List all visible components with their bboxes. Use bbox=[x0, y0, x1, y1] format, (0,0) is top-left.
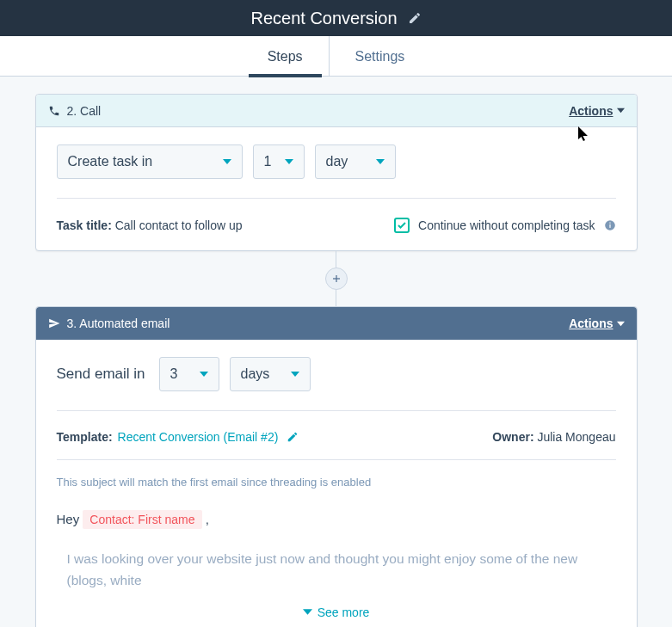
template-label: Template: bbox=[57, 430, 113, 444]
card-header: 3. Automated email Actions bbox=[36, 307, 637, 340]
task-title-row: Task title: Call contact to follow up bbox=[57, 218, 243, 232]
email-body-text: I was looking over your website just now… bbox=[57, 549, 616, 592]
caret-down-icon bbox=[291, 370, 299, 378]
add-step-button[interactable] bbox=[325, 267, 348, 290]
send-email-label: Send email in bbox=[57, 366, 145, 383]
step-title: 3. Automated email bbox=[67, 317, 170, 330]
caret-down-icon bbox=[200, 370, 208, 378]
unit-value: days bbox=[241, 366, 270, 382]
owner-info: Owner: Julia Mongeau bbox=[492, 430, 615, 444]
qty-value: 3 bbox=[170, 366, 178, 382]
divider bbox=[57, 198, 616, 199]
owner-label: Owner: bbox=[492, 430, 533, 444]
unit-select[interactable]: days bbox=[230, 357, 311, 391]
unit-select[interactable]: day bbox=[315, 144, 396, 179]
tab-settings[interactable]: Settings bbox=[330, 36, 431, 77]
caret-down-icon bbox=[617, 320, 625, 328]
info-icon[interactable] bbox=[604, 219, 616, 231]
caret-down-icon bbox=[617, 107, 625, 114]
see-more-label: See more bbox=[318, 605, 370, 619]
step-connector bbox=[35, 251, 638, 306]
email-preview: Hey Contact: First name , I was looking … bbox=[57, 509, 616, 592]
step-card-email: 3. Automated email Actions Send email in… bbox=[35, 306, 638, 627]
qty-select[interactable]: 1 bbox=[253, 144, 305, 179]
divider bbox=[57, 459, 616, 460]
continue-label: Continue without completing task bbox=[418, 218, 595, 232]
tab-steps[interactable]: Steps bbox=[242, 36, 330, 77]
step-title: 2. Call bbox=[67, 104, 102, 118]
task-title-value: Call contact to follow up bbox=[115, 218, 243, 232]
tab-label: Steps bbox=[268, 49, 303, 65]
threading-note: This subject will match the first email … bbox=[57, 476, 616, 489]
qty-select[interactable]: 3 bbox=[159, 357, 219, 391]
tab-bar: Steps Settings bbox=[0, 36, 672, 77]
actions-dropdown[interactable]: Actions bbox=[569, 317, 624, 330]
send-icon bbox=[48, 317, 60, 329]
card-header: 2. Call Actions bbox=[36, 95, 637, 127]
continue-checkbox[interactable] bbox=[394, 218, 410, 233]
svg-rect-1 bbox=[609, 224, 610, 228]
tab-label: Settings bbox=[355, 49, 405, 65]
page-header: Recent Conversion bbox=[0, 0, 672, 36]
create-task-select[interactable]: Create task in bbox=[57, 144, 243, 179]
edit-title-icon[interactable] bbox=[408, 11, 422, 25]
caret-down-icon bbox=[223, 157, 231, 166]
actions-dropdown[interactable]: Actions bbox=[569, 104, 624, 118]
task-title-label: Task title: bbox=[57, 218, 112, 232]
template-link[interactable]: Recent Conversion (Email #2) bbox=[118, 430, 279, 444]
divider bbox=[57, 410, 616, 411]
owner-name: Julia Mongeau bbox=[537, 430, 615, 444]
see-more-button[interactable]: See more bbox=[57, 605, 616, 619]
phone-icon bbox=[48, 105, 60, 117]
actions-label: Actions bbox=[569, 317, 613, 330]
svg-rect-2 bbox=[609, 223, 610, 224]
comma-text: , bbox=[206, 512, 209, 526]
greeting-text: Hey bbox=[57, 512, 83, 526]
caret-down-icon bbox=[376, 157, 385, 166]
qty-value: 1 bbox=[264, 154, 272, 169]
personalization-token[interactable]: Contact: First name bbox=[83, 510, 201, 529]
select-label: Create task in bbox=[68, 154, 153, 169]
actions-label: Actions bbox=[569, 104, 613, 118]
continue-checkbox-group: Continue without completing task bbox=[394, 218, 615, 233]
page-title: Recent Conversion bbox=[250, 9, 397, 28]
edit-template-icon[interactable] bbox=[287, 431, 299, 443]
caret-down-icon bbox=[285, 157, 293, 166]
step-card-call: 2. Call Actions Create task in 1 bbox=[35, 94, 638, 251]
chevron-down-icon bbox=[303, 607, 312, 617]
unit-value: day bbox=[326, 154, 348, 169]
